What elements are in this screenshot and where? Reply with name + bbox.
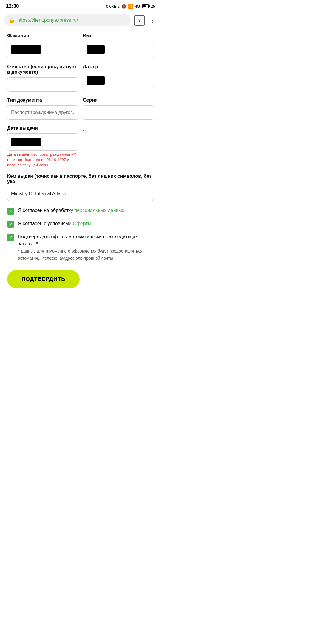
doc-type-col: Тип документа [7, 97, 78, 124]
issued-by-label: Кем выдан (точно как в паспорте, без лиш… [7, 174, 154, 184]
first-name-label: Имя [83, 33, 154, 38]
last-name-label: Фамилия [7, 33, 78, 38]
middle-dob-row: Отчество (если присутствует в документе)… [7, 64, 154, 96]
checkmark-icon-3: ✓ [9, 235, 13, 240]
url-text: https://client.ponyexpress.ru/ [17, 18, 78, 23]
submit-button[interactable]: ПОДТВЕРДИТЬ [7, 270, 80, 288]
doc-series-col: Серия [83, 97, 154, 124]
menu-dots-icon[interactable]: ⋮ [148, 15, 157, 25]
checkbox-personal-data[interactable]: ✓ Я согласен на обработку персональных д… [7, 207, 154, 215]
battery-level: 25 [151, 4, 155, 9]
issue-date-error: Дата выдачи паспорта гражданина РФ не мо… [7, 152, 78, 168]
checkbox-personal-data-text: Я согласен на обработку персональных дан… [18, 207, 154, 214]
checkbox-oferta[interactable]: ✓ Я согласен с условиями Оферты [7, 220, 154, 228]
checkbox-oferta-box[interactable]: ✓ [7, 221, 14, 228]
middle-name-label: Отчество (если присутствует в документе) [7, 64, 78, 75]
dob-label: Дата р [83, 64, 154, 69]
issue-date-row: Дата выдачи Дата выдачи паспорта граждан… [7, 126, 154, 172]
last-name-redacted [11, 45, 41, 54]
form-content: Фамилия Имя Отчество (если присутствует … [0, 28, 161, 293]
checkmark-icon-2: ✓ [9, 222, 13, 227]
doctype-series-row: Тип документа Серия [7, 97, 154, 124]
network-type: 4G [135, 4, 140, 9]
mute-icon: 🔕 [121, 4, 126, 9]
url-bar[interactable]: 🔒 https://client.ponyexpress.ru/ [4, 14, 131, 26]
last-name-input[interactable] [7, 41, 78, 58]
status-time: 12:30 [6, 3, 19, 9]
checkbox-auto-confirm-box[interactable]: ✓ [7, 234, 14, 241]
issue-date-col: Дата выдачи Дата выдачи паспорта граждан… [7, 126, 78, 172]
battery-icon [142, 4, 149, 8]
signal-icon: 📶 [128, 4, 133, 9]
issue-date-redacted [11, 138, 41, 146]
doc-series-label: Серия [83, 97, 154, 103]
dob-input[interactable] [83, 72, 154, 89]
browser-bar: 🔒 https://client.ponyexpress.ru/ 3 ⋮ [0, 12, 161, 28]
tab-count[interactable]: 3 [134, 15, 145, 26]
first-name-input[interactable] [83, 41, 154, 58]
personal-data-link[interactable]: персональных данных [75, 208, 124, 213]
network-speed: 0.0KB/s [106, 4, 120, 9]
doc-series-input[interactable] [83, 105, 154, 120]
name-row: Фамилия Имя [7, 33, 154, 63]
status-bar: 12:30 0.0KB/s 🔕 📶 4G 25 [0, 0, 161, 12]
status-right: 0.0KB/s 🔕 📶 4G 25 [106, 4, 155, 9]
middle-name-input[interactable] [7, 77, 78, 92]
last-name-col: Фамилия [7, 33, 78, 63]
doc-type-label: Тип документа [7, 97, 78, 103]
issue-date-input[interactable] [7, 133, 78, 151]
checkbox-personal-data-box[interactable]: ✓ [7, 208, 14, 215]
oferta-link[interactable]: Оферты [73, 221, 91, 226]
dob-redacted [87, 76, 105, 85]
checkbox-auto-confirm[interactable]: ✓ Подтверждать оферту автоматически при … [7, 233, 154, 262]
lock-icon: 🔒 [9, 17, 15, 23]
issue-date-label: Дата выдачи [7, 126, 78, 131]
checkbox-oferta-text: Я согласен с условиями Оферты [18, 220, 154, 227]
checkmark-icon: ✓ [9, 209, 13, 213]
middle-name-col: Отчество (если присутствует в документе) [7, 64, 78, 96]
first-name-col: Имя [83, 33, 154, 63]
issue-date-right-col: · [83, 126, 154, 172]
checkbox-auto-confirm-text: Подтверждать оферту автоматически при сл… [18, 233, 154, 262]
dob-col: Дата р [83, 64, 154, 96]
first-name-redacted [87, 45, 105, 54]
dot-separator: · [83, 126, 85, 134]
issued-by-input[interactable] [7, 187, 154, 201]
doc-type-input[interactable] [7, 105, 78, 120]
